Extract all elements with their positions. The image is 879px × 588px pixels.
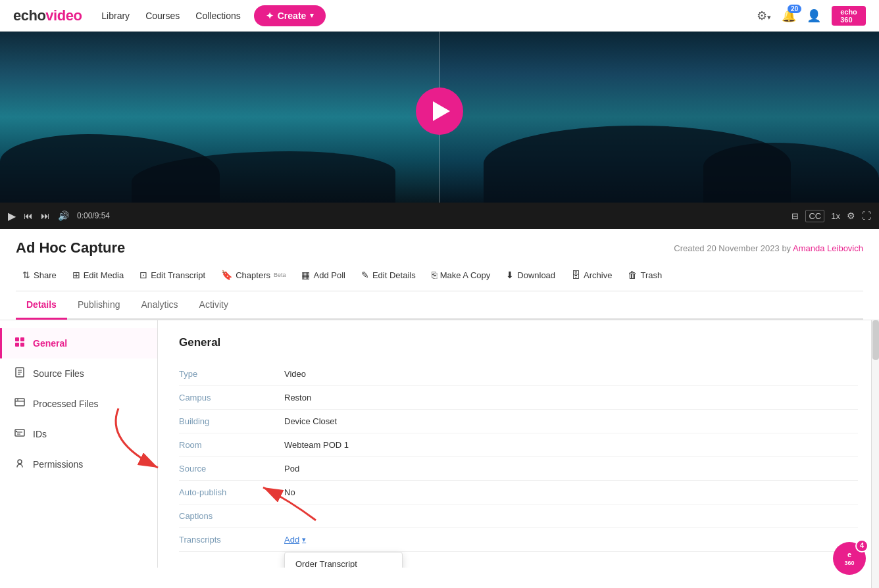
echo-fab[interactable]: e360 4 bbox=[833, 542, 866, 575]
user-icon[interactable]: 👤 bbox=[807, 9, 821, 23]
create-button[interactable]: ✦ Create ▾ bbox=[254, 5, 326, 26]
share-label: Share bbox=[34, 270, 57, 280]
svg-rect-1 bbox=[20, 337, 24, 341]
logo-echo-text: echo bbox=[13, 7, 45, 24]
sidebar-source-label: Source Files bbox=[33, 368, 84, 379]
time-display: 0:00/9:54 bbox=[77, 211, 110, 220]
video-controls: ▶ ⏮ ⏭ 🔊 0:00/9:54 ⊟ CC 1x ⚙ ⛶ bbox=[0, 203, 879, 229]
poll-label: Add Poll bbox=[313, 270, 345, 280]
captions-button[interactable]: ⊟ bbox=[791, 211, 799, 221]
media-title: Ad Hoc Capture bbox=[16, 239, 125, 257]
sidebar: General Source Files Processed Files IDs bbox=[0, 320, 158, 568]
transcript-dropdown: Order Transcript Upload bbox=[284, 552, 403, 568]
sidebar-permissions-label: Permissions bbox=[33, 459, 83, 470]
video-player: ▶ ⏮ ⏭ 🔊 0:00/9:54 ⊟ CC 1x ⚙ ⛶ bbox=[0, 32, 879, 229]
add-chevron-icon: ▾ bbox=[302, 535, 306, 544]
field-label-type: Type bbox=[179, 369, 284, 379]
sidebar-item-source[interactable]: Source Files bbox=[0, 358, 157, 389]
edit-media-icon: ⊞ bbox=[72, 270, 80, 280]
play-pause-button[interactable]: ▶ bbox=[8, 210, 16, 222]
play-button-large[interactable] bbox=[416, 87, 463, 135]
make-copy-button[interactable]: ⎘ Make A Copy bbox=[425, 266, 497, 284]
bell-icon[interactable]: 🔔 20 bbox=[782, 9, 796, 23]
nav-right: ⚙▾ 🔔 20 👤 echo360 bbox=[757, 6, 866, 26]
edit-media-label: Edit Media bbox=[84, 270, 124, 280]
echo360-logo[interactable]: echo360 bbox=[832, 6, 866, 26]
poll-icon: ▦ bbox=[301, 270, 310, 280]
field-value-building: Device Closet bbox=[284, 416, 337, 426]
scrollbar-track[interactable] bbox=[871, 320, 879, 588]
create-chevron-icon: ▾ bbox=[310, 11, 314, 20]
edit-media-button[interactable]: ⊞ Edit Media bbox=[66, 266, 130, 284]
create-icon: ✦ bbox=[266, 11, 274, 21]
fullscreen-button[interactable]: ⛶ bbox=[862, 210, 871, 221]
fast-forward-button[interactable]: ⏭ bbox=[41, 210, 50, 221]
archive-label: Archive bbox=[584, 270, 612, 280]
copy-label: Make A Copy bbox=[440, 270, 491, 280]
chapters-beta: Beta bbox=[274, 272, 286, 278]
top-nav: echo video Library Courses Collections ✦… bbox=[0, 0, 879, 32]
content-area: Ad Hoc Capture Created 20 November 2023 … bbox=[0, 229, 879, 320]
speed-button[interactable]: 1x bbox=[831, 211, 840, 221]
nav-links: Library Courses Collections bbox=[101, 11, 240, 21]
author-link[interactable]: Amanda Leibovich bbox=[793, 243, 863, 253]
svg-rect-11 bbox=[15, 429, 24, 436]
nav-courses[interactable]: Courses bbox=[145, 11, 180, 21]
sidebar-general-label: General bbox=[33, 338, 67, 349]
echo-fab-label: e360 bbox=[844, 551, 854, 567]
field-type: Type Video bbox=[179, 362, 858, 386]
field-captions: Captions bbox=[179, 504, 858, 528]
field-value-campus: Reston bbox=[284, 393, 311, 403]
archive-button[interactable]: 🗄 Archive bbox=[565, 266, 618, 284]
add-poll-button[interactable]: ▦ Add Poll bbox=[295, 266, 351, 284]
volume-button[interactable]: 🔊 bbox=[58, 210, 69, 221]
logo[interactable]: echo video bbox=[13, 7, 82, 24]
echo-fab-badge: 4 bbox=[855, 539, 868, 552]
nav-library[interactable]: Library bbox=[101, 11, 130, 21]
tab-details[interactable]: Details bbox=[16, 291, 67, 320]
controls-right: ⊟ CC 1x ⚙ ⛶ bbox=[791, 210, 871, 222]
tab-analytics[interactable]: Analytics bbox=[131, 291, 189, 318]
share-button[interactable]: ⇅ Share bbox=[16, 266, 63, 284]
field-source: Source Pod bbox=[179, 457, 858, 481]
field-value-source: Pod bbox=[284, 464, 299, 474]
logo-video-text: video bbox=[45, 7, 82, 24]
add-transcript-label: Add bbox=[284, 535, 299, 545]
sidebar-item-ids[interactable]: IDs bbox=[0, 419, 157, 449]
edit-transcript-button[interactable]: ⊡ Edit Transcript bbox=[133, 266, 212, 284]
rewind-button[interactable]: ⏮ bbox=[24, 210, 33, 221]
cc-button[interactable]: CC bbox=[805, 210, 824, 222]
main-layout: General Source Files Processed Files IDs bbox=[0, 320, 879, 568]
field-value-transcripts: Add ▾ Order Transcript Upload bbox=[284, 535, 306, 545]
detail-panel: General Type Video Campus Reston Buildin… bbox=[158, 320, 879, 568]
share-icon: ⇅ bbox=[22, 270, 30, 280]
permissions-icon bbox=[13, 457, 26, 472]
scrollbar-thumb[interactable] bbox=[872, 320, 879, 360]
svg-rect-2 bbox=[15, 343, 19, 347]
field-campus: Campus Reston bbox=[179, 386, 858, 410]
transcript-icon: ⊡ bbox=[139, 270, 147, 280]
edit-details-label: Edit Details bbox=[372, 270, 416, 280]
settings-icon[interactable]: ⚙▾ bbox=[757, 9, 771, 23]
add-transcript-button[interactable]: Add ▾ bbox=[284, 535, 306, 545]
tab-activity[interactable]: Activity bbox=[189, 291, 239, 318]
field-label-room: Room bbox=[179, 440, 284, 450]
download-button[interactable]: ⬇ Download bbox=[499, 266, 562, 284]
processed-icon bbox=[13, 397, 26, 411]
edit-details-button[interactable]: ✎ Edit Details bbox=[355, 266, 422, 284]
field-label-autopublish: Auto-publish bbox=[179, 487, 284, 497]
order-transcript-option[interactable]: Order Transcript bbox=[285, 552, 402, 568]
sidebar-item-general[interactable]: General bbox=[0, 328, 157, 358]
settings-video-button[interactable]: ⚙ bbox=[847, 210, 855, 221]
field-label-building: Building bbox=[179, 416, 284, 426]
tab-publishing[interactable]: Publishing bbox=[67, 291, 131, 318]
title-row: Ad Hoc Capture Created 20 November 2023 … bbox=[16, 239, 863, 257]
chapters-button[interactable]: 🔖 Chapters Beta bbox=[214, 266, 292, 284]
trash-label: Trash bbox=[640, 270, 662, 280]
sidebar-item-processed[interactable]: Processed Files bbox=[0, 389, 157, 419]
sidebar-item-permissions[interactable]: Permissions bbox=[0, 449, 157, 479]
field-room: Room Webteam POD 1 bbox=[179, 433, 858, 457]
nav-collections[interactable]: Collections bbox=[195, 11, 240, 21]
trash-button[interactable]: 🗑 Trash bbox=[621, 266, 668, 284]
field-value-type: Video bbox=[284, 369, 306, 379]
